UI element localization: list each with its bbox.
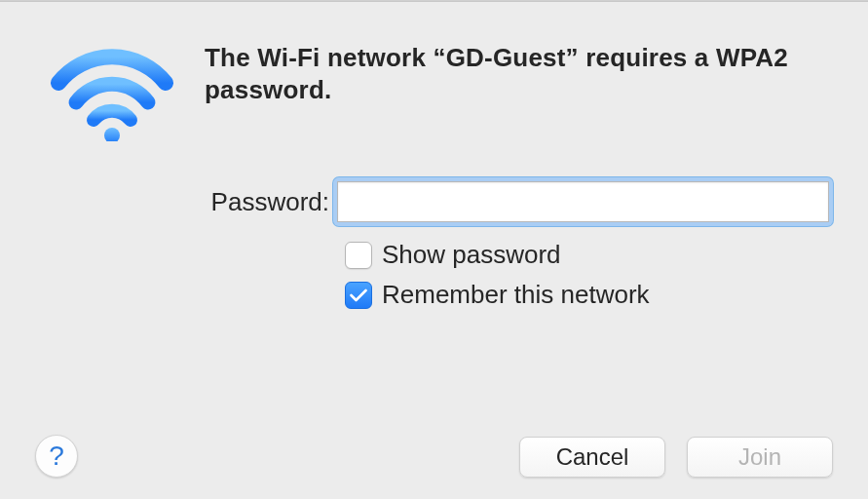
- password-label: Password:: [205, 187, 337, 217]
- window-divider: [0, 1, 868, 2]
- wifi-icon: [49, 44, 175, 141]
- remember-network-label: Remember this network: [382, 280, 650, 310]
- password-field-wrap: [337, 181, 829, 222]
- dialog-footer: ? Cancel Join: [0, 429, 868, 478]
- remember-network-checkbox[interactable]: [345, 282, 372, 309]
- remember-network-row[interactable]: Remember this network: [345, 280, 829, 310]
- join-button-label: Join: [738, 443, 781, 471]
- show-password-checkbox[interactable]: [345, 242, 372, 269]
- dialog-message: The Wi-Fi network “GD-Guest” requires a …: [205, 42, 829, 105]
- show-password-label: Show password: [382, 240, 561, 270]
- button-row: Cancel Join: [519, 437, 833, 478]
- cancel-button-label: Cancel: [556, 443, 629, 471]
- join-button[interactable]: Join: [687, 437, 833, 478]
- help-icon: ?: [49, 441, 64, 472]
- show-password-row[interactable]: Show password: [345, 240, 829, 270]
- cancel-button[interactable]: Cancel: [519, 437, 665, 478]
- password-row: Password:: [205, 181, 829, 222]
- password-form: Password: Show password Remember this ne…: [205, 181, 829, 310]
- help-button[interactable]: ?: [35, 435, 78, 478]
- password-input[interactable]: [337, 181, 829, 222]
- wifi-password-dialog: The Wi-Fi network “GD-Guest” requires a …: [0, 0, 868, 499]
- checkmark-icon: [350, 288, 367, 302]
- svg-point-0: [104, 128, 120, 141]
